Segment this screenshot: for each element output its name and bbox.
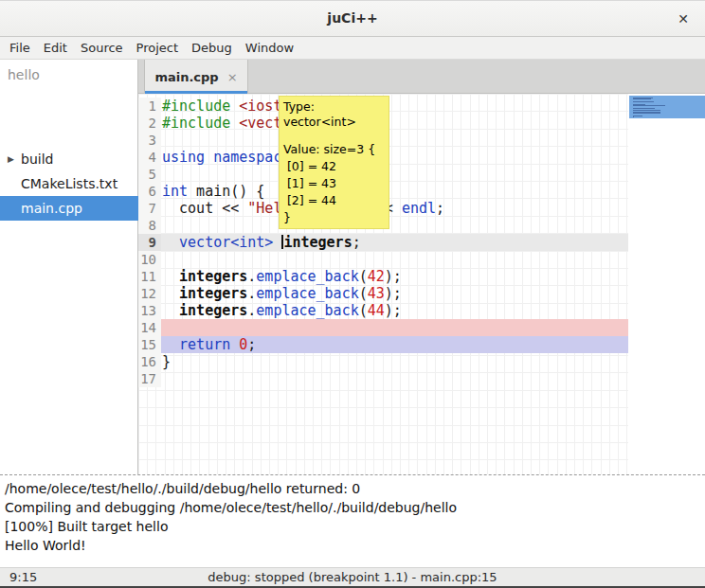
title-bar: juCi++ ✕	[0, 1, 705, 37]
line-number[interactable]: 12	[138, 285, 161, 302]
line-number[interactable]: 11	[138, 268, 161, 285]
line-number[interactable]: 5	[138, 166, 161, 183]
line-number[interactable]: 17	[138, 370, 161, 387]
window-title: juCi++	[0, 10, 705, 26]
line-number[interactable]: 10	[138, 251, 161, 268]
debug-value-tooltip: Type: vector<int> Value: size=3 { [0] = …	[279, 96, 389, 229]
code-line-10[interactable]: 10	[138, 251, 628, 268]
menu-file[interactable]: File	[3, 38, 37, 58]
line-number[interactable]: 8	[138, 217, 161, 234]
line-number[interactable]: 2	[138, 115, 161, 132]
status-bar: 9:15 debug: stopped (breakpoint 1.1) - m…	[0, 567, 705, 586]
line-number[interactable]: 14	[138, 319, 161, 336]
sidebar-item-build[interactable]: ▶ build	[0, 147, 138, 171]
line-number[interactable]: 13	[138, 302, 161, 319]
file-tree-sidebar: hello ▶ build CMakeLists.txt main.cpp	[0, 60, 138, 474]
expander-arrow-icon[interactable]: ▶	[8, 154, 14, 164]
sidebar-item-label: CMakeLists.txt	[21, 176, 118, 191]
line-number[interactable]: 4	[138, 149, 161, 166]
sidebar-item-cmakelists[interactable]: CMakeLists.txt	[0, 171, 138, 196]
tooltip-value-line: [2] = 44	[283, 192, 385, 209]
line-number[interactable]: 1	[138, 98, 161, 115]
code-line-15[interactable]: 15 return 0;	[138, 336, 628, 353]
menu-source[interactable]: Source	[74, 38, 130, 58]
code-line-17[interactable]: 17	[138, 370, 628, 387]
line-number[interactable]: 3	[138, 132, 161, 149]
close-icon[interactable]: ✕	[674, 9, 693, 28]
menu-project[interactable]: Project	[130, 38, 185, 58]
minimap-slider[interactable]	[629, 96, 705, 118]
code-line-9[interactable]: 9 vector<int> integers;	[138, 234, 628, 251]
project-name-label: hello	[8, 67, 40, 82]
code-line-11[interactable]: 11 integers.emplace_back(42);	[138, 268, 628, 285]
terminal-line: /home/olece/test/hello/./build/debug/hel…	[5, 479, 705, 498]
line-number[interactable]: 9	[138, 234, 161, 251]
menu-window[interactable]: Window	[239, 38, 300, 58]
tooltip-value-line: [0] = 42	[283, 158, 385, 175]
code-line-14[interactable]: 14	[138, 319, 628, 336]
tab-close-icon[interactable]: ×	[227, 70, 238, 84]
menu-debug[interactable]: Debug	[185, 38, 239, 58]
code-line-16[interactable]: 16}	[138, 353, 628, 370]
minimap[interactable]	[629, 94, 705, 474]
tab-main-cpp[interactable]: main.cpp ×	[144, 60, 248, 94]
menu-edit[interactable]: Edit	[37, 38, 74, 58]
tooltip-type-line: Type: vector<int>	[283, 99, 385, 116]
code-line-12[interactable]: 12 integers.emplace_back(43);	[138, 285, 628, 302]
sidebar-item-main-cpp[interactable]: main.cpp	[0, 196, 138, 221]
tooltip-value-line: Value: size=3 {	[283, 141, 385, 158]
terminal-line: Compiling and debugging /home/olece/test…	[5, 498, 705, 517]
line-number[interactable]: 16	[138, 353, 161, 370]
line-number[interactable]: 6	[138, 183, 161, 200]
sidebar-item-label: build	[21, 151, 53, 167]
terminal-line: [100%] Built target hello	[5, 517, 705, 536]
tooltip-value-line: [1] = 43	[283, 175, 385, 192]
editor-column: main.cpp × 1#include <iostream>2#include…	[138, 60, 705, 474]
sidebar-item-label: main.cpp	[21, 201, 82, 216]
line-number[interactable]: 15	[138, 336, 161, 353]
code-line-13[interactable]: 13 integers.emplace_back(44);	[138, 302, 628, 319]
tab-bar: main.cpp ×	[138, 60, 705, 94]
terminal-line: Hello World!	[5, 536, 705, 555]
terminal-output-panel[interactable]: /home/olece/test/hello/./build/debug/hel…	[0, 474, 705, 567]
juci-window: juCi++ ✕ File Edit Source Project Debug …	[0, 0, 705, 588]
debug-status-label: debug: stopped (breakpoint 1.1) - main.c…	[0, 570, 705, 584]
tab-label: main.cpp	[154, 70, 218, 84]
line-number[interactable]: 7	[138, 200, 161, 217]
menu-bar: File Edit Source Project Debug Window	[0, 37, 705, 60]
tooltip-value-line: }	[283, 209, 385, 226]
